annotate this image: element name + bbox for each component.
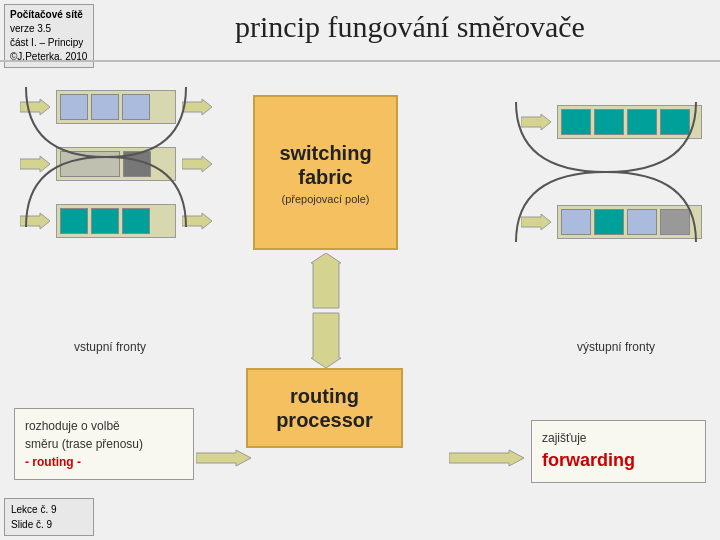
svg-marker-10 (196, 450, 251, 466)
left-info-line1: rozhoduje o volbě (25, 417, 183, 435)
left-info-routing: - routing - (25, 453, 183, 471)
double-arrow (305, 253, 347, 368)
input-queues-label: vstupní fronty (30, 340, 190, 354)
page-title: princip fungování směrovače (110, 10, 710, 44)
left-info-arrow (196, 448, 251, 468)
right-info-box: zajišťuje forwarding (531, 420, 706, 483)
info-box-top-left: Počítačové sítě verze 3.5 část I. – Prin… (4, 4, 94, 68)
bottom-info-box: Lekce č. 9 Slide č. 9 (4, 498, 94, 536)
switching-fabric-subtitle: (přepojovací pole) (281, 193, 369, 205)
svg-marker-11 (449, 450, 524, 466)
left-info-line2: směru (trase přenosu) (25, 435, 183, 453)
svg-marker-8 (311, 253, 341, 308)
output-brace (511, 97, 706, 252)
left-info-box: rozhoduje o volbě směru (trase přenosu) … (14, 408, 194, 480)
switching-fabric-title: switchingfabric (279, 141, 371, 189)
output-queues-label: výstupní fronty (526, 340, 706, 354)
right-info-line1: zajišťuje (542, 429, 695, 447)
info-line2: verze 3.5 (10, 22, 88, 36)
routing-processor-title: routingprocessor (276, 384, 373, 432)
right-info-arrow (449, 448, 524, 468)
svg-marker-9 (311, 313, 341, 368)
input-brace (16, 82, 196, 237)
right-info-forwarding: forwarding (542, 447, 695, 474)
routing-processor-box: routingprocessor (246, 368, 403, 448)
bottom-line1: Lekce č. 9 (11, 502, 87, 517)
bottom-line2: Slide č. 9 (11, 517, 87, 532)
switching-fabric-box: switchingfabric (přepojovací pole) (253, 95, 398, 250)
info-line3: část I. – Principy (10, 36, 88, 50)
title-divider (0, 60, 720, 62)
info-line1: Počítačové sítě (10, 8, 88, 22)
